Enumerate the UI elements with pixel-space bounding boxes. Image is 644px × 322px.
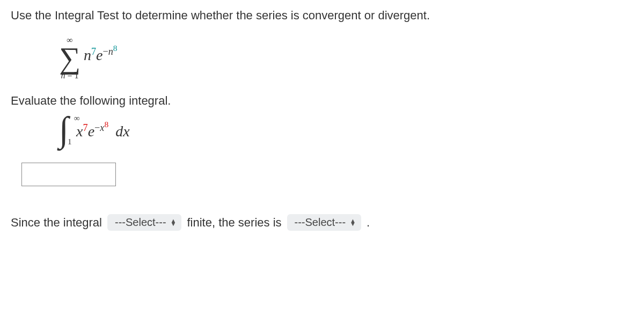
select-placeholder-1: ---Select--- <box>115 216 166 229</box>
integrand: x7e−x8 dx <box>76 120 129 140</box>
integral-answer-input[interactable] <box>21 163 116 186</box>
conclusion-text-2: finite, the series is <box>187 216 281 230</box>
int-lower-limit: 1 <box>68 138 72 146</box>
integral-expression: ∞ ∫ 1 x7e−x8 dx <box>59 115 130 144</box>
sigma-symbol: ∑ <box>59 45 80 71</box>
series-convergence-select[interactable]: ---Select--- ▲▼ <box>287 214 361 231</box>
int-upper-limit: ∞ <box>74 114 80 122</box>
integral-finite-select[interactable]: ---Select--- ▲▼ <box>107 214 181 231</box>
conclusion-period: . <box>367 216 370 230</box>
select-placeholder-2: ---Select--- <box>295 216 346 229</box>
question-prompt: Use the Integral Test to determine wheth… <box>11 9 633 23</box>
chevron-updown-icon: ▲▼ <box>171 219 177 225</box>
sum-lower-limit: n = 1 <box>61 71 78 80</box>
conclusion-text-1: Since the integral <box>11 216 102 230</box>
summand: n7e−n8 <box>84 43 118 64</box>
chevron-updown-icon: ▲▼ <box>350 219 356 225</box>
series-expression: ∞ ∑ n = 1 n7e−n8 <box>59 36 118 80</box>
evaluate-prompt: Evaluate the following integral. <box>11 94 633 108</box>
